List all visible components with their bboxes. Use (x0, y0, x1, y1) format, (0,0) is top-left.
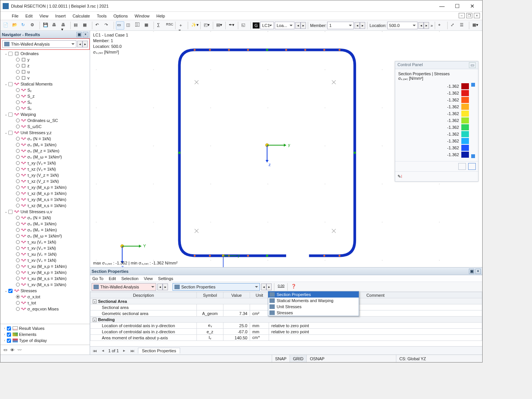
props-menu-settings[interactable]: Settings (158, 276, 173, 281)
tree-leaf-label[interactable]: τ_xv (Vᵥ = 1kN) (27, 258, 56, 263)
visibility-icon[interactable]: 👁 (10, 348, 14, 352)
props-menu-edit[interactable]: Edit (109, 276, 116, 281)
menu-insert[interactable]: Insert (52, 13, 69, 19)
menu-options[interactable]: Options (110, 13, 131, 19)
tree-leaf-label[interactable]: σₓ (M_ω = 1kNm²) (27, 155, 62, 160)
bottom-tree-check[interactable] (7, 338, 11, 342)
bottom-tree-label[interactable]: Result Values (19, 326, 44, 331)
lc-next-icon[interactable]: ▸ (301, 22, 306, 29)
member-next-icon[interactable]: ▸ (360, 22, 365, 29)
tree-leaf-label[interactable]: S_ωSC (27, 124, 41, 129)
tree-leaf-label[interactable]: τ_xu (M_x,s = 1kNm) (27, 276, 66, 281)
navigator-tree[interactable]: ⌄Ordinatesyzuv⌄Statical MomentsSᵧS_zSᵤSᵥ… (0, 50, 90, 324)
tree-leaf-label[interactable]: τ_xz (M_x,p = 1kNm) (27, 191, 66, 196)
tree-group-label[interactable]: Warping (21, 112, 36, 117)
tree-leaf-radio[interactable] (16, 100, 20, 104)
member-prev-icon[interactable]: ◂ (355, 22, 360, 29)
tree-leaf-radio[interactable] (16, 161, 20, 165)
tree-leaf-label[interactable]: τ_xv (M_x,s = 1kNm) (27, 282, 66, 287)
menu-tools[interactable]: Tools (94, 13, 110, 19)
tree-group-check[interactable] (8, 51, 13, 55)
tree-leaf-radio[interactable] (16, 277, 20, 280)
tree-leaf-label[interactable]: σₓ (Mᵥ = 1kNm) (27, 228, 57, 233)
calc-icon[interactable]: ∑ (156, 21, 164, 30)
props-help-icon[interactable]: ❓ (290, 283, 298, 291)
doc1-icon[interactable]: ▤ (73, 21, 81, 30)
tree-leaf-radio[interactable] (16, 295, 20, 299)
tree-leaf-radio[interactable] (16, 76, 20, 80)
tree-leaf-radio[interactable] (16, 222, 20, 226)
tree-leaf-label[interactable]: τ_xz (M_x,s = 1kNm) (27, 203, 66, 208)
tree-leaf-label[interactable]: τ_xv (Vᵤ = 1kN) (27, 246, 56, 251)
tree-leaf-label[interactable]: τ_xy (M_x,p = 1kNm) (27, 185, 66, 190)
tree-leaf-label[interactable]: τ_xz (Vᵧ = 1kN) (27, 167, 56, 172)
props-precision-icon[interactable]: 0.00 (277, 283, 285, 291)
menu-view[interactable]: View (36, 13, 52, 19)
tree-leaf-label[interactable]: Sᵧ (27, 88, 32, 93)
doc2-icon[interactable]: ▦ (82, 21, 90, 30)
tree-leaf-radio[interactable] (16, 149, 20, 153)
props-menu-goto[interactable]: Go To (92, 276, 103, 281)
props-left-prev-icon[interactable]: ◂ (157, 283, 163, 290)
tree-group-check[interactable] (8, 288, 13, 293)
legend-handle-bottom[interactable] (471, 154, 475, 158)
tree-leaf-radio[interactable] (16, 58, 20, 62)
lc-code-combo[interactable]: LC1 (260, 22, 274, 29)
view-mode-3-icon[interactable]: ⿲ (134, 21, 142, 30)
brush-icon[interactable]: ✒▾ (228, 21, 236, 30)
tree-leaf-label[interactable]: Ordinates ω_SC (27, 118, 58, 123)
tree-leaf-radio[interactable] (16, 234, 20, 238)
tree-leaf-label[interactable]: Sᵥ (27, 106, 32, 111)
dropdown-item[interactable]: Statical Moments and Warping (268, 298, 359, 304)
loc-prev-icon[interactable]: ◂ (418, 22, 424, 29)
bottom-tree-label[interactable]: Type of display (19, 338, 47, 343)
undo-icon[interactable]: ↶ (94, 21, 103, 30)
props-right-next-icon[interactable]: ▸ (266, 283, 272, 290)
props-menu-selection[interactable]: Selection (121, 276, 138, 281)
tree-leaf-radio[interactable] (16, 240, 20, 244)
tree-leaf-radio[interactable] (16, 271, 20, 274)
tree-leaf-label[interactable]: τ_xy (M_x,s = 1kNm) (27, 197, 66, 202)
cp-btn-1-icon[interactable] (458, 163, 466, 170)
minimize-button[interactable]: — (434, 1, 450, 11)
view-mode-1-icon[interactable]: ▭ (116, 21, 124, 30)
bottom-tree-check[interactable] (7, 326, 11, 330)
status-grid[interactable]: GRID (290, 355, 307, 362)
tree-leaf-label[interactable]: v (27, 76, 30, 80)
props-dropdown[interactable]: Section PropertiesStatical Moments and W… (268, 291, 359, 316)
tree-leaf-radio[interactable] (16, 198, 20, 201)
tree-leaf-radio[interactable] (16, 307, 20, 311)
control-panel[interactable]: Control Panel▭ Section Properties | Stre… (395, 61, 478, 182)
maximize-button[interactable]: ☐ (450, 1, 465, 11)
tree-group-label[interactable]: Statical Moments (21, 82, 52, 86)
print-icon[interactable]: 🖶 (51, 21, 59, 30)
mdi-minimize-icon[interactable]: – (459, 13, 465, 18)
tree-group-check[interactable] (8, 82, 13, 86)
open-file-icon[interactable]: 📂 (11, 21, 19, 30)
redo-icon[interactable]: ↷ (103, 21, 112, 30)
tree-leaf-label[interactable]: τ_xz (V_z = 1kN) (27, 179, 59, 184)
tree-leaf-radio[interactable] (16, 119, 20, 122)
tree-leaf-label[interactable]: τ_xy (Vᵧ = 1kN) (27, 161, 56, 166)
iso-icon[interactable]: ◱ (240, 21, 249, 30)
analysis-combo[interactable]: Thin-Walled Analysis (2, 40, 76, 48)
tree-leaf-radio[interactable] (16, 155, 20, 159)
props-right-prev-icon[interactable]: ◂ (261, 283, 266, 290)
col-unit[interactable]: Unit (250, 292, 269, 298)
tree-leaf-label[interactable]: σₓ (Mᵤ = 1kNm) (27, 222, 57, 226)
tree-leaf-radio[interactable] (16, 246, 20, 250)
tree-leaf-label[interactable]: τ_xy (V_z = 1kN) (27, 173, 59, 177)
tree-leaf-radio[interactable] (16, 125, 20, 128)
view-mode-2-icon[interactable]: ◫ (125, 21, 133, 30)
tree-leaf-radio[interactable] (16, 204, 20, 207)
navigator-bottom-tree[interactable]: ›x.xResult Values›Elements›Type of displ… (0, 324, 90, 345)
tree-group-check[interactable] (8, 112, 13, 116)
tree-leaf-radio[interactable] (16, 258, 20, 262)
tree-leaf-radio[interactable] (16, 301, 20, 305)
dropdown-item[interactable]: Section Properties (268, 291, 359, 298)
tree-leaf-radio[interactable] (16, 70, 20, 74)
tree-leaf-label[interactable]: u (27, 70, 30, 74)
eye-tool-icon[interactable]: ▭ (3, 347, 7, 352)
tree-leaf-radio[interactable] (16, 88, 20, 92)
props-left-combo[interactable]: Thin-Walled Analysis (92, 283, 156, 291)
